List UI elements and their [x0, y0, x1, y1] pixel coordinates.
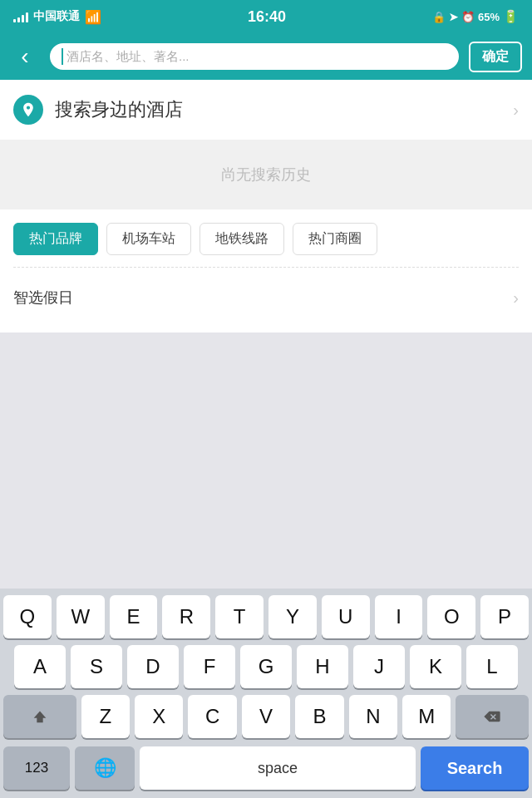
key-M[interactable]: M	[402, 695, 451, 738]
shift-key[interactable]	[3, 695, 76, 738]
tab-subway[interactable]: 地铁线路	[200, 223, 284, 255]
back-button[interactable]: ‹	[10, 42, 40, 71]
numbers-key[interactable]: 123	[3, 746, 70, 790]
brand-name-label: 智选假日	[13, 288, 73, 308]
key-T[interactable]: T	[215, 595, 264, 638]
nearby-icon	[13, 95, 43, 125]
brand-list-item[interactable]: 智选假日 ›	[13, 276, 519, 319]
key-Y[interactable]: Y	[268, 595, 317, 638]
keyboard: Q W E R T Y U I O P A S D F G H J K L	[0, 589, 532, 798]
key-C[interactable]: C	[188, 695, 236, 738]
key-R[interactable]: R	[162, 595, 210, 638]
keyboard-rows: Q W E R T Y U I O P A S D F G H J K L	[0, 589, 532, 741]
brand-chevron-icon: ›	[513, 288, 519, 308]
lock-icon: 🔒	[432, 11, 446, 23]
search-label: Search	[447, 759, 503, 778]
content-area: 搜索身边的酒店 › 尚无搜索历史 热门品牌 机场车站 地铁线路 热门商圈 智选假…	[0, 80, 532, 332]
chevron-right-icon: ›	[513, 101, 519, 120]
location-icon: ➤	[449, 11, 458, 23]
key-U[interactable]: U	[322, 595, 370, 638]
nearby-label: 搜索身边的酒店	[55, 97, 513, 122]
key-Q[interactable]: Q	[3, 595, 52, 638]
tab-shopping[interactable]: 热门商圈	[293, 223, 377, 255]
search-placeholder: 酒店名、地址、著名...	[66, 49, 190, 65]
battery-label: 65%	[478, 11, 500, 23]
key-K[interactable]: K	[410, 645, 461, 688]
no-history-section: 尚无搜索历史	[0, 141, 532, 208]
key-A[interactable]: A	[14, 645, 66, 688]
keyboard-row-3: Z X C V B N M	[3, 695, 529, 738]
space-key[interactable]: space	[140, 746, 416, 790]
status-right: 🔒 ➤ ⏰ 65% 🔋	[432, 9, 519, 24]
key-J[interactable]: J	[353, 645, 405, 688]
search-key[interactable]: Search	[421, 746, 529, 790]
alarm-icon: ⏰	[461, 11, 475, 23]
confirm-button[interactable]: 确定	[469, 42, 522, 72]
key-W[interactable]: W	[57, 595, 105, 638]
shift-icon	[31, 707, 49, 726]
no-history-label: 尚无搜索历史	[221, 166, 311, 183]
location-fill-icon	[20, 101, 37, 118]
status-left: 中国联通 📶	[13, 9, 101, 25]
keyboard-row-2: A S D F G H J K L	[3, 645, 529, 688]
time-label: 16:40	[248, 8, 286, 26]
tab-airport[interactable]: 机场车站	[106, 223, 191, 255]
tab-hot-brands[interactable]: 热门品牌	[13, 223, 98, 255]
keyboard-bottom-row: 123 🌐 space Search	[0, 741, 532, 798]
delete-icon	[483, 709, 501, 724]
key-N[interactable]: N	[349, 695, 397, 738]
key-D[interactable]: D	[127, 645, 179, 688]
category-section: 热门品牌 机场车站 地铁线路 热门商圈 智选假日 ›	[0, 209, 532, 332]
globe-key[interactable]: 🌐	[75, 746, 135, 790]
key-L[interactable]: L	[466, 645, 518, 688]
key-P[interactable]: P	[480, 595, 529, 638]
battery-icon: 🔋	[503, 9, 519, 24]
key-V[interactable]: V	[242, 695, 290, 738]
back-icon: ‹	[21, 43, 28, 70]
key-B[interactable]: B	[295, 695, 343, 738]
space-label: space	[258, 760, 298, 777]
wifi-icon: 📶	[85, 9, 101, 25]
globe-icon: 🌐	[94, 757, 116, 779]
carrier-label: 中国联通	[33, 9, 80, 24]
nav-bar: ‹ 酒店名、地址、著名... 确定	[0, 33, 532, 80]
numbers-label: 123	[25, 760, 48, 776]
nearby-search-row[interactable]: 搜索身边的酒店 ›	[0, 80, 532, 140]
key-F[interactable]: F	[184, 645, 235, 688]
key-G[interactable]: G	[240, 645, 292, 688]
delete-key[interactable]	[456, 695, 529, 738]
key-H[interactable]: H	[297, 645, 348, 688]
signal-icon	[13, 11, 28, 22]
status-bar: 中国联通 📶 16:40 🔒 ➤ ⏰ 65% 🔋	[0, 0, 532, 33]
key-O[interactable]: O	[427, 595, 475, 638]
key-I[interactable]: I	[375, 595, 423, 638]
key-Z[interactable]: Z	[81, 695, 130, 738]
keyboard-row-1: Q W E R T Y U I O P	[3, 595, 529, 638]
key-X[interactable]: X	[135, 695, 183, 738]
category-tabs: 热门品牌 机场车站 地铁线路 热门商圈	[13, 223, 519, 255]
key-S[interactable]: S	[71, 645, 122, 688]
text-cursor	[62, 48, 63, 65]
divider	[13, 267, 519, 268]
key-E[interactable]: E	[110, 595, 158, 638]
search-bar[interactable]: 酒店名、地址、著名...	[48, 42, 461, 71]
